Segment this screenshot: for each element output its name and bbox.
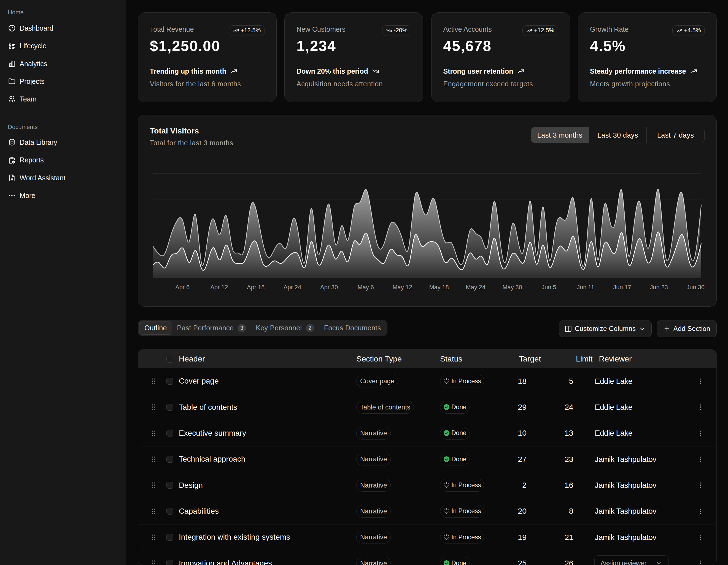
svg-text:Apr 30: Apr 30 [320,284,338,291]
svg-text:Jun 17: Jun 17 [613,284,631,291]
svg-text:Jun 11: Jun 11 [577,284,594,291]
svg-text:Apr 12: Apr 12 [210,284,228,291]
svg-text:Jun 5: Jun 5 [541,284,556,291]
svg-text:May 24: May 24 [466,284,485,291]
svg-text:Jun 30: Jun 30 [686,284,704,291]
svg-text:May 6: May 6 [357,284,374,291]
svg-text:May 30: May 30 [502,284,522,291]
svg-text:May 18: May 18 [429,284,449,291]
svg-text:Apr 6: Apr 6 [175,284,190,291]
svg-text:Apr 24: Apr 24 [284,284,301,291]
svg-text:May 12: May 12 [392,284,412,291]
svg-text:Apr 18: Apr 18 [247,284,265,291]
svg-text:Jun 23: Jun 23 [650,284,668,291]
